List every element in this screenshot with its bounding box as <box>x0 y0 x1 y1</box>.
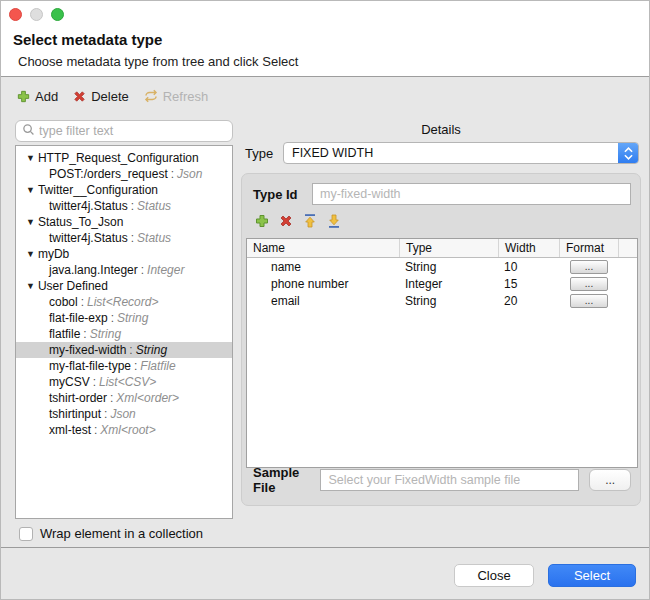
tree-item[interactable]: ▼User Defined <box>16 278 232 294</box>
details-header: Details <box>241 122 641 137</box>
search-icon <box>22 122 35 140</box>
tree-item[interactable]: flat-file-exp:String <box>16 310 232 326</box>
refresh-button[interactable]: Refresh <box>143 88 209 104</box>
delete-field-icon[interactable] <box>277 212 294 229</box>
type-id-input[interactable] <box>312 183 631 205</box>
format-ellipsis-button[interactable]: ... <box>570 260 608 274</box>
tree-item[interactable]: my-fixed-width:String <box>16 342 232 358</box>
tree-item-label: Status_To_Json <box>38 215 123 229</box>
filter-input[interactable] <box>39 124 226 138</box>
type-id-label: Type Id <box>253 187 312 202</box>
tree-item-label: my-flat-file-type <box>49 359 131 373</box>
type-row: Type FIXED WIDTH <box>245 142 639 164</box>
fixed-width-groupbox: Type Id Name Type Width Format <box>241 173 641 506</box>
field-row[interactable]: nameString10... <box>247 258 637 275</box>
field-name-cell: email <box>247 294 399 308</box>
tree-item-separator: : <box>94 423 97 437</box>
select-button[interactable]: Select <box>548 564 636 587</box>
tree-item[interactable]: ▼HTTP_Request_Configuration <box>16 150 232 166</box>
tree-item[interactable]: POST:/orders_request:Json <box>16 166 232 182</box>
sample-file-input[interactable] <box>320 469 579 491</box>
tree-item-separator: : <box>141 263 144 277</box>
fields-table-header: Name Type Width Format <box>247 239 637 258</box>
close-button[interactable]: Close <box>454 564 534 587</box>
format-ellipsis-button[interactable]: ... <box>570 294 608 308</box>
dialog-title: Select metadata type <box>13 31 162 48</box>
delete-x-icon <box>72 89 87 104</box>
tree-item[interactable]: flatfile:String <box>16 326 232 342</box>
tree-item[interactable]: ▼myDb <box>16 246 232 262</box>
tree-item-type: Xml<root> <box>100 423 155 437</box>
field-width-cell: 15 <box>498 277 559 291</box>
tree-item-separator: : <box>171 167 174 181</box>
disclosure-triangle-icon[interactable]: ▼ <box>26 153 35 163</box>
delete-button[interactable]: Delete <box>72 89 129 104</box>
disclosure-triangle-icon[interactable]: ▼ <box>26 249 35 259</box>
dropdown-stepper-icon[interactable] <box>618 142 638 164</box>
tree-item[interactable]: xml-test:Xml<root> <box>16 422 232 438</box>
field-width-cell: 10 <box>498 260 559 274</box>
tree-item[interactable]: ▼Status_To_Json <box>16 214 232 230</box>
tree-item[interactable]: tshirtinput:Json <box>16 406 232 422</box>
column-header-name[interactable]: Name <box>247 239 399 257</box>
tree-item-label: myDb <box>38 247 69 261</box>
wrap-collection-checkbox[interactable] <box>19 527 33 541</box>
metadata-tree[interactable]: ▼HTTP_Request_ConfigurationPOST:/orders_… <box>15 145 233 519</box>
disclosure-triangle-icon[interactable]: ▼ <box>26 185 35 195</box>
type-dropdown-value: FIXED WIDTH <box>284 146 618 160</box>
format-ellipsis-button[interactable]: ... <box>570 277 608 291</box>
zoom-window-icon[interactable] <box>51 8 64 21</box>
tree-item-separator: : <box>131 231 134 245</box>
tree-item-type: Status <box>137 231 171 245</box>
filter-field[interactable] <box>15 120 233 142</box>
tree-item-type: List<CSV> <box>99 375 156 389</box>
tree-item-label: flatfile <box>49 327 80 341</box>
tree-item[interactable]: twitter4j.Status:Status <box>16 198 232 214</box>
tree-item-separator: : <box>104 407 107 421</box>
add-field-icon[interactable] <box>253 212 270 229</box>
tree-item-type: Json <box>110 407 135 421</box>
select-metadata-type-dialog: Select metadata type Choose metadata typ… <box>0 0 650 600</box>
field-row[interactable]: phone numberInteger15... <box>247 275 637 292</box>
column-header-width[interactable]: Width <box>498 239 559 257</box>
move-field-to-top-icon[interactable] <box>301 212 318 229</box>
add-button[interactable]: Add <box>16 89 58 104</box>
column-header-format[interactable]: Format <box>559 239 618 257</box>
sample-file-row: Sample File ... <box>253 465 631 495</box>
disclosure-triangle-icon[interactable]: ▼ <box>26 217 35 227</box>
footer-buttons: Close Select <box>454 564 636 587</box>
tree-item[interactable]: ▼Twitter__Configuration <box>16 182 232 198</box>
field-name-cell: name <box>247 260 399 274</box>
tree-item[interactable]: java.lang.Integer:Integer <box>16 262 232 278</box>
footer-divider <box>1 547 649 548</box>
tree-item-separator: : <box>83 327 86 341</box>
tree-item[interactable]: myCSV:List<CSV> <box>16 374 232 390</box>
field-type-cell: String <box>399 260 498 274</box>
tree-item[interactable]: tshirt-order:Xml<order> <box>16 390 232 406</box>
field-format-cell: ... <box>559 276 618 291</box>
column-header-type[interactable]: Type <box>399 239 498 257</box>
tree-item[interactable]: cobol:List<Record> <box>16 294 232 310</box>
fields-table[interactable]: Name Type Width Format nameString10...ph… <box>246 238 638 468</box>
tree-item-separator: : <box>131 199 134 213</box>
tree-item-type: Integer <box>147 263 184 277</box>
tree-item[interactable]: twitter4j.Status:Status <box>16 230 232 246</box>
tree-item-type: Json <box>177 167 202 181</box>
window-controls <box>9 8 64 21</box>
disclosure-triangle-icon[interactable]: ▼ <box>26 281 35 291</box>
field-row[interactable]: emailString20... <box>247 292 637 309</box>
close-window-icon[interactable] <box>9 8 22 21</box>
field-type-cell: Integer <box>399 277 498 291</box>
tree-item[interactable]: my-flat-file-type:Flatfile <box>16 358 232 374</box>
field-format-cell: ... <box>559 293 618 308</box>
tree-item-type: Flatfile <box>140 359 175 373</box>
move-field-to-bottom-icon[interactable] <box>325 212 342 229</box>
dialog-header: Select metadata type Choose metadata typ… <box>1 1 649 77</box>
type-dropdown[interactable]: FIXED WIDTH <box>283 142 639 164</box>
browse-sample-file-button[interactable]: ... <box>589 469 631 491</box>
tree-item-label: java.lang.Integer <box>49 263 138 277</box>
tree-item-label: tshirt-order <box>49 391 107 405</box>
type-id-row: Type Id <box>253 183 631 205</box>
fields-table-body: nameString10...phone numberInteger15...e… <box>247 258 637 309</box>
tree-item-label: User Defined <box>38 279 108 293</box>
